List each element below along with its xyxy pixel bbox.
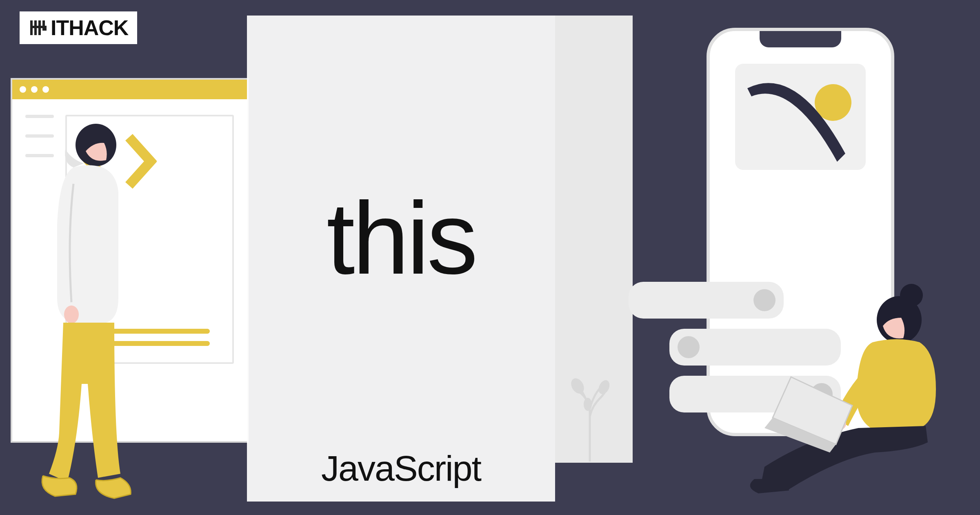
window-dot-icon <box>20 86 26 93</box>
svg-point-7 <box>597 379 612 396</box>
browser-titlebar <box>12 80 247 99</box>
svg-rect-5 <box>42 28 47 31</box>
window-dot-icon <box>42 86 49 93</box>
svg-rect-4 <box>42 20 45 28</box>
plant-icon <box>567 376 612 461</box>
window-dot-icon <box>31 86 38 93</box>
phone-image-card <box>735 64 866 170</box>
sidebar-placeholder-line <box>25 115 54 118</box>
sub-title: JavaScript <box>321 448 481 489</box>
main-title: this <box>327 180 476 297</box>
logo-icon <box>29 18 48 38</box>
logo-text: ITHACK <box>51 16 128 40</box>
svg-point-10 <box>64 305 79 323</box>
svg-point-8 <box>584 398 592 411</box>
center-panel: this JavaScript <box>247 16 555 502</box>
logo-badge: ITHACK <box>20 11 137 44</box>
mountain-icon <box>739 72 853 170</box>
avatar-icon <box>678 336 700 358</box>
phone-notch <box>760 31 841 47</box>
person-standing-illustration <box>35 123 133 502</box>
person-sitting-illustration <box>736 267 964 495</box>
